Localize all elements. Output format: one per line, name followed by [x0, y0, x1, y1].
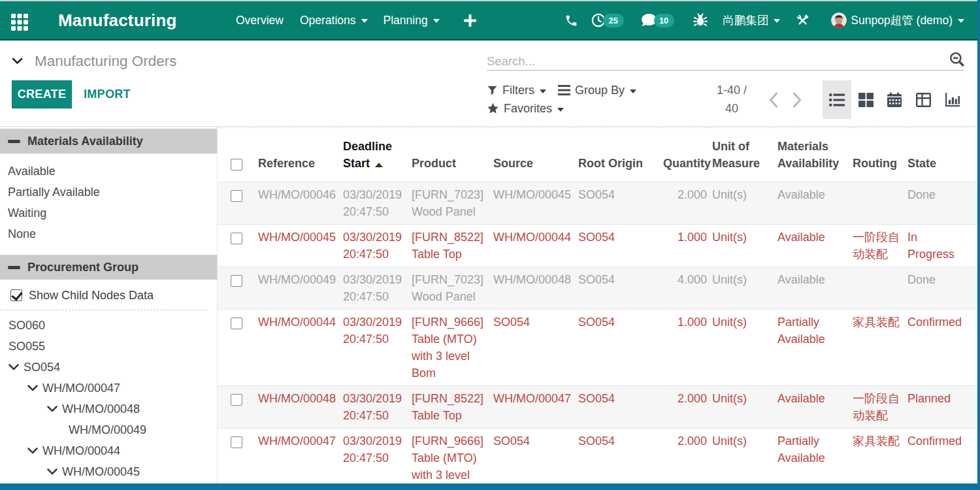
cell-source: WH/MO/00048 [491, 267, 576, 310]
table-row[interactable]: WH/MO/00045 03/30/2019 20:47:50 [FURN_85… [218, 225, 977, 267]
tree-item-wh-mo-00044[interactable]: WH/MO/00044 [0, 440, 217, 461]
show-child-nodes-option: Show Child Nodes Data [10, 286, 217, 305]
row-checkbox[interactable] [231, 318, 242, 329]
column-header-quantity[interactable]: Quantity [661, 128, 710, 182]
view-graph-icon[interactable] [938, 80, 966, 119]
search-underline [487, 70, 964, 71]
menu-overview[interactable]: Overview [236, 14, 284, 27]
section-header-materials-availability[interactable]: Materials Availability [0, 129, 217, 154]
import-button[interactable]: IMPORT [84, 88, 131, 101]
table-row[interactable]: WH/MO/00044 03/30/2019 20:47:50 [FURN_96… [218, 310, 977, 386]
cell-deadline-start: 03/30/2019 20:47:50 [340, 182, 409, 225]
tree-item-wh-mo-00045[interactable]: WH/MO/00045 [0, 461, 217, 482]
chevron-down-icon [27, 385, 38, 391]
show-child-nodes-checkbox[interactable] [10, 289, 22, 301]
menu-add-icon[interactable] [464, 14, 476, 27]
tree-item-wh-mo-00049[interactable]: WH/MO/00049 [0, 419, 217, 440]
cell-product: [FURN_8522] Table Top [409, 386, 491, 429]
column-header-product[interactable]: Product [409, 128, 491, 182]
cell-root-origin: SO054 [576, 267, 661, 310]
table-row[interactable]: WH/MO/00048 03/30/2019 20:47:50 [FURN_85… [218, 386, 977, 429]
cell-state: Confirmed [905, 429, 977, 484]
breadcrumb-chevron-icon[interactable] [12, 56, 23, 67]
bug-icon[interactable] [693, 13, 708, 27]
select-all-checkbox[interactable] [231, 159, 242, 171]
cell-select [218, 182, 255, 225]
table-row[interactable]: WH/MO/00046 03/30/2019 20:47:50 [FURN_70… [218, 182, 977, 225]
favorites-button[interactable]: Favorites [487, 102, 564, 116]
chevron-down-icon [47, 468, 57, 475]
row-checkbox[interactable] [231, 394, 242, 406]
cell-routing [850, 182, 905, 225]
tree-item-so055[interactable]: SO055 [0, 336, 217, 357]
row-checkbox[interactable] [231, 275, 242, 287]
table-row[interactable]: WH/MO/00047 03/30/2019 20:47:50 [FURN_96… [218, 429, 977, 484]
column-header-source[interactable]: Source [491, 128, 576, 182]
control-panel: Manufacturing Orders CREATE IMPORT Filte… [0, 41, 980, 127]
systray: 25 10 尚鹏集团 Sunpop超管 (demo) [564, 1, 964, 39]
tree-item-so054[interactable]: SO054 [0, 357, 217, 378]
column-header-uom[interactable]: Unit of Measure [710, 128, 775, 182]
view-list-icon[interactable] [823, 80, 851, 119]
view-switcher [823, 80, 966, 119]
apps-menu-icon[interactable] [11, 14, 28, 31]
cell-routing [850, 267, 905, 310]
user-menu[interactable]: Sunpop超管 (demo) [851, 12, 964, 28]
company-switcher[interactable]: 尚鹏集团 [723, 12, 780, 28]
column-header-root-origin[interactable]: Root Origin [576, 128, 661, 182]
cell-reference: WH/MO/00044 [255, 310, 340, 386]
cell-availability: Available [775, 267, 850, 310]
section-header-procurement-group[interactable]: Procurement Group [0, 255, 217, 280]
create-button[interactable]: CREATE [12, 80, 72, 108]
row-checkbox[interactable] [231, 190, 242, 202]
chevron-down-icon [433, 19, 440, 23]
tree-item-so060[interactable]: SO060 [0, 315, 217, 336]
tree-item-wh-mo-00048[interactable]: WH/MO/00048 [0, 399, 217, 419]
filter-item-none[interactable]: None [8, 223, 217, 244]
filter-item-partially-available[interactable]: Partially Available [8, 182, 217, 203]
cell-routing: 一阶段自动装配 [850, 225, 905, 267]
view-pivot-icon[interactable] [909, 80, 938, 119]
tree-item-wh-mo-00047[interactable]: WH/MO/00047 [0, 378, 217, 399]
cell-source: WH/MO/00045 [491, 182, 576, 225]
view-kanban-icon[interactable] [851, 80, 880, 119]
pager-previous-icon[interactable] [768, 91, 779, 111]
bars-icon [558, 85, 570, 95]
table-row[interactable]: WH/MO/00049 03/30/2019 20:47:50 [FURN_70… [218, 267, 977, 310]
column-header-state[interactable]: State [905, 128, 977, 182]
column-header-deadline-start[interactable]: Deadline Start [340, 128, 409, 182]
row-checkbox[interactable] [231, 233, 242, 244]
cell-deadline-start: 03/30/2019 20:47:50 [340, 310, 409, 386]
search-zoom-out-icon[interactable] [949, 51, 966, 71]
cell-deadline-start: 03/30/2019 20:47:50 [340, 267, 409, 310]
cell-routing: 一阶段自动装配 [850, 386, 905, 429]
cell-source: WH/MO/00044 [491, 225, 576, 267]
column-header-availability[interactable]: Materials Availability [775, 128, 850, 182]
chevron-down-icon [774, 19, 780, 23]
cell-routing: 家具装配 [850, 429, 905, 484]
tools-icon[interactable] [795, 13, 810, 28]
menu-planning[interactable]: Planning [384, 14, 440, 27]
search-input[interactable] [487, 52, 964, 71]
row-checkbox[interactable] [231, 436, 242, 448]
user-avatar[interactable] [831, 12, 847, 28]
column-header-reference[interactable]: Reference [255, 128, 340, 182]
cell-source: SO054 [491, 429, 576, 484]
filters-button[interactable]: Filters [487, 84, 546, 97]
view-calendar-icon[interactable] [880, 80, 909, 119]
cell-root-origin: SO054 [576, 182, 661, 225]
filter-item-waiting[interactable]: Waiting [8, 203, 217, 223]
phone-icon[interactable] [564, 14, 578, 27]
chevron-down-icon [361, 19, 368, 23]
pager-next-icon[interactable] [792, 91, 802, 111]
menu-operations[interactable]: Operations [300, 14, 368, 27]
cell-reference: WH/MO/00048 [255, 386, 340, 429]
column-header-routing[interactable]: Routing [850, 128, 905, 182]
chevron-down-icon [540, 90, 546, 93]
filter-item-available[interactable]: Available [8, 161, 217, 182]
main-menu: Overview Operations Planning [236, 1, 476, 39]
search-options-row2: Favorites [487, 99, 564, 118]
group-by-button[interactable]: Group By [558, 84, 636, 97]
table-header-row: Reference Deadline Start Product Source … [218, 128, 977, 182]
cell-select [218, 267, 255, 310]
